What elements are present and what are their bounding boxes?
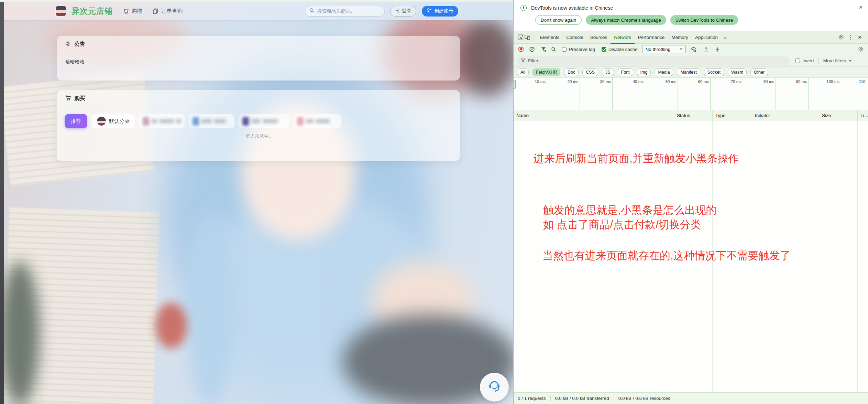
filter-chip-media[interactable]: Media bbox=[655, 68, 673, 76]
category-chip-default[interactable]: 默认分类 bbox=[92, 114, 135, 128]
tab-application[interactable]: Application bbox=[692, 31, 721, 44]
divider bbox=[614, 395, 614, 401]
requests-table-header: Name Status Type Initiator Size Ti... bbox=[514, 110, 868, 121]
store-logo-avatar[interactable] bbox=[56, 6, 66, 16]
filter-chip-manifest[interactable]: Manifest bbox=[677, 68, 700, 76]
network-conditions-icon[interactable] bbox=[690, 46, 697, 53]
column-header-time[interactable]: Ti... bbox=[857, 110, 868, 121]
network-toolbar: Preserve log Disable cache No throttling… bbox=[514, 44, 868, 55]
network-settings-gear-icon[interactable] bbox=[857, 46, 864, 53]
filter-chip-img[interactable]: Img bbox=[637, 68, 651, 76]
category-chip-blurred[interactable] bbox=[294, 114, 341, 128]
tab-network[interactable]: Network bbox=[611, 31, 635, 44]
column-header-type[interactable]: Type bbox=[712, 110, 752, 121]
disable-cache-checkbox[interactable] bbox=[602, 47, 606, 52]
column-header-status[interactable]: Status bbox=[674, 110, 712, 121]
category-chip-blurred[interactable] bbox=[239, 114, 289, 128]
timeline-tick: 80 ms bbox=[743, 79, 774, 84]
devtools-close-icon[interactable]: × bbox=[856, 33, 865, 41]
tab-console[interactable]: Console bbox=[563, 31, 587, 44]
tab-memory[interactable]: Memory bbox=[668, 31, 692, 44]
inspect-element-icon[interactable] bbox=[517, 34, 524, 41]
column-header-size[interactable]: Size bbox=[819, 110, 857, 121]
category-chip-blurred[interactable] bbox=[189, 114, 234, 128]
search-box[interactable] bbox=[305, 6, 385, 17]
column-header-name[interactable]: Name bbox=[514, 110, 674, 121]
column-header-initiator[interactable]: Initiator bbox=[752, 110, 819, 121]
invert-checkbox[interactable] bbox=[795, 59, 800, 63]
network-filter-bar: Invert More filters ▼ bbox=[514, 55, 868, 67]
tab-elements[interactable]: Elements bbox=[537, 31, 563, 44]
filter-chip-wasm[interactable]: Wasm bbox=[728, 68, 747, 76]
request-type-filter-row: All Fetch/XHR Doc CSS JS Font Img Media … bbox=[514, 67, 868, 78]
filter-chip-css[interactable]: CSS bbox=[582, 68, 598, 76]
search-input[interactable] bbox=[317, 9, 380, 14]
infobar-message: DevTools is now available in Chinese bbox=[531, 5, 613, 11]
store-page: 异次元店铺 购物 订单查询 登录 创建账号 bbox=[0, 0, 513, 404]
timeline-tick: 50 ms bbox=[645, 79, 676, 84]
search-icon bbox=[309, 8, 315, 14]
timeline-tick: 90 ms bbox=[776, 79, 807, 84]
announcement-header: 公告 bbox=[57, 36, 460, 53]
filter-input-box[interactable] bbox=[517, 56, 790, 65]
divider bbox=[538, 46, 538, 53]
filter-chip-fetch-xhr[interactable]: Fetch/XHR bbox=[532, 68, 560, 76]
announcement-title: 公告 bbox=[74, 41, 85, 48]
dont-show-again-button[interactable]: Don't show again bbox=[535, 15, 582, 25]
buy-title: 购买 bbox=[74, 95, 85, 102]
category-chip-blurred[interactable] bbox=[139, 114, 185, 128]
timeline-tick: 30 ms bbox=[580, 79, 611, 84]
import-har-icon[interactable] bbox=[703, 46, 709, 52]
tab-performance[interactable]: Performance bbox=[635, 31, 668, 44]
search-network-icon[interactable] bbox=[551, 47, 556, 52]
kebab-menu-icon[interactable]: ⋮ bbox=[845, 34, 856, 41]
filter-input[interactable] bbox=[528, 58, 786, 63]
divider bbox=[818, 57, 819, 64]
timeline-tick: 10 ms bbox=[515, 79, 546, 84]
announcement-body: 哈哈哈哈 bbox=[57, 53, 460, 71]
annotation-line-2: 触发的意思就是,小黑条是怎么出现的 bbox=[543, 203, 717, 217]
preserve-log-checkbox[interactable] bbox=[562, 47, 567, 52]
filter-chip-all[interactable]: All bbox=[517, 68, 529, 76]
timeline-tick: 60 ms bbox=[678, 79, 709, 84]
clear-network-log-icon[interactable] bbox=[529, 46, 535, 52]
nav-item-shopping[interactable]: 购物 bbox=[123, 8, 142, 15]
throttling-select[interactable]: No throttling ▼ bbox=[642, 45, 686, 53]
requests-table-body[interactable]: 进来后刷新当前页面,并重新触发小黑条操作 触发的意思就是,小黑条是怎么出现的 如… bbox=[514, 121, 868, 392]
network-overview-timeline[interactable]: 10 ms 20 ms 30 ms 40 ms 50 ms 60 ms 70 m… bbox=[514, 78, 868, 110]
switch-to-chinese-button[interactable]: Switch DevTools to Chinese bbox=[670, 15, 738, 25]
divider bbox=[559, 46, 559, 53]
export-har-icon[interactable] bbox=[715, 46, 720, 52]
customer-service-button[interactable] bbox=[480, 373, 509, 402]
requests-count: 0 / 1 requests bbox=[518, 396, 546, 401]
filter-funnel-icon[interactable] bbox=[541, 46, 547, 52]
transferred-size: 0.0 kB / 0.0 kB transferred bbox=[555, 396, 609, 401]
more-filters-button[interactable]: More filters ▼ bbox=[823, 58, 852, 63]
tab-sources[interactable]: Sources bbox=[587, 31, 611, 44]
nav-item-label: 购物 bbox=[131, 8, 142, 15]
settings-gear-icon[interactable] bbox=[838, 34, 845, 41]
filter-chip-font[interactable]: Font bbox=[618, 68, 633, 76]
more-tabs-icon[interactable]: » bbox=[721, 34, 729, 40]
filter-chip-doc[interactable]: Doc bbox=[564, 68, 579, 76]
bg-left-edge bbox=[0, 0, 4, 404]
announcement-card: 公告 哈哈哈哈 bbox=[57, 36, 460, 81]
filter-chip-socket[interactable]: Socket bbox=[704, 68, 724, 76]
annotation-line-3: 如 点击了商品/点击付款/切换分类 bbox=[543, 217, 701, 232]
category-chip-recommend[interactable]: 推荐 bbox=[65, 114, 87, 128]
device-toolbar-icon[interactable] bbox=[524, 34, 531, 41]
filter-chip-js[interactable]: JS bbox=[602, 68, 614, 76]
always-match-language-button[interactable]: Always match Chrome's language bbox=[586, 15, 666, 25]
filter-chip-other[interactable]: Other bbox=[750, 68, 768, 76]
infobar-close-icon[interactable]: × bbox=[859, 4, 862, 10]
headset-chat-icon bbox=[486, 379, 502, 396]
annotation-line-4: 当然也有进来页面就存在的,这种情况下不需要触发了 bbox=[542, 248, 791, 263]
signup-button[interactable]: 创建账号 bbox=[422, 6, 458, 17]
store-title: 异次元店铺 bbox=[72, 6, 113, 17]
login-button[interactable]: 登录 bbox=[390, 6, 416, 17]
nav-item-orders[interactable]: 订单查询 bbox=[153, 8, 183, 15]
cart-icon bbox=[123, 8, 129, 14]
screenshot-root: 异次元店铺 购物 订单查询 登录 创建账号 bbox=[0, 0, 868, 404]
record-network-log-icon[interactable] bbox=[518, 47, 524, 52]
megaphone-icon bbox=[65, 41, 71, 48]
